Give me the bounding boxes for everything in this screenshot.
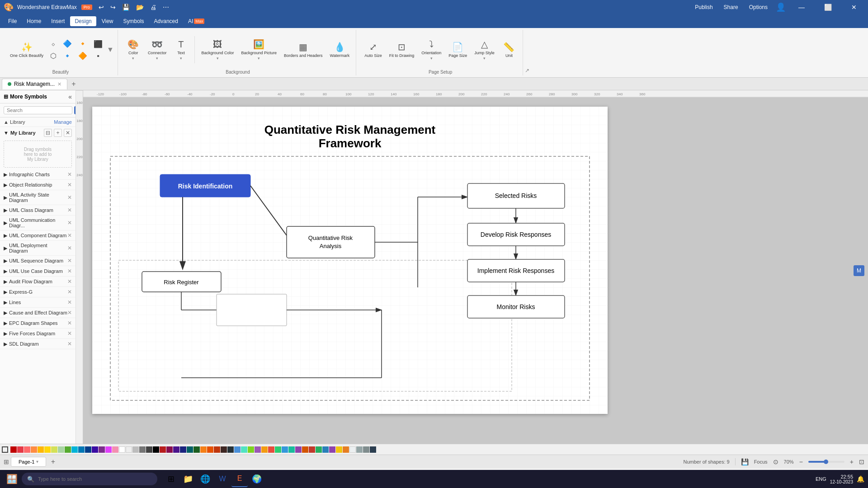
cat-close-epc[interactable]: ✕ bbox=[67, 320, 72, 326]
color-swatch[interactable] bbox=[146, 446, 152, 453]
color-swatch[interactable] bbox=[139, 446, 146, 453]
color-swatch[interactable] bbox=[214, 446, 220, 453]
color-swatch[interactable] bbox=[322, 446, 329, 453]
sidebar-item-epc[interactable]: ▶ EPC Diagram Shapes ✕ bbox=[0, 318, 75, 328]
page-size-button[interactable]: 📄 Page Size bbox=[446, 40, 470, 60]
more-button[interactable]: ⋯ bbox=[160, 2, 172, 13]
watermark-button[interactable]: 💧 Watermark bbox=[327, 40, 353, 60]
beautify-row2-btn1[interactable]: ⬡ bbox=[48, 50, 59, 61]
color-swatch[interactable] bbox=[51, 446, 57, 453]
menu-advanced[interactable]: Advanced bbox=[150, 16, 183, 26]
color-swatch[interactable] bbox=[112, 446, 118, 453]
color-swatch[interactable] bbox=[275, 446, 281, 453]
new-tab-button[interactable]: + bbox=[68, 79, 79, 89]
background-color-button[interactable]: 🖼 Background Color ▾ bbox=[198, 38, 236, 62]
restore-button[interactable]: ⬜ bbox=[817, 0, 838, 14]
menu-insert[interactable]: Insert bbox=[47, 16, 69, 26]
color-swatch[interactable] bbox=[309, 446, 315, 453]
manage-button[interactable]: Manage bbox=[54, 119, 72, 125]
color-swatch[interactable] bbox=[58, 446, 64, 453]
color-swatch[interactable] bbox=[65, 446, 71, 453]
options-button[interactable]: Options bbox=[746, 3, 770, 11]
page-setup-expand[interactable]: ↗ bbox=[525, 30, 529, 75]
background-picture-button[interactable]: 🖼️ Background Picture ▾ bbox=[238, 37, 279, 62]
windows-start-button[interactable]: 🪟 bbox=[4, 471, 20, 487]
taskbar-file-button[interactable]: 📁 bbox=[180, 471, 196, 487]
color-swatch[interactable] bbox=[17, 446, 24, 453]
close-button[interactable]: ✕ bbox=[844, 0, 864, 14]
color-button[interactable]: 🎨 Color ▾ bbox=[123, 37, 143, 62]
document-tab[interactable]: Risk Managem... ✕ bbox=[2, 79, 67, 89]
sidebar-item-audit-flow[interactable]: ▶ Audit Flow Diagram ✕ bbox=[0, 277, 75, 287]
sidebar-item-infographic[interactable]: ▶ Infographic Charts ✕ bbox=[0, 169, 75, 180]
beautify-row1-btn1[interactable]: ⬦ bbox=[48, 38, 59, 49]
borders-headers-button[interactable]: ▦ Borders and Headers bbox=[281, 40, 326, 60]
cat-close-uml-component[interactable]: ✕ bbox=[67, 232, 72, 239]
share-button[interactable]: Share bbox=[721, 3, 741, 11]
color-swatch[interactable] bbox=[31, 446, 37, 453]
sidebar-item-uml-usecase[interactable]: ▶ UML Use Case Diagram ✕ bbox=[0, 266, 75, 277]
color-swatch[interactable] bbox=[44, 446, 51, 453]
cat-close-uml-use[interactable]: ✕ bbox=[67, 268, 72, 274]
cat-close-uml-deploy[interactable]: ✕ bbox=[67, 245, 72, 251]
sidebar-item-uml-sequence[interactable]: ▶ UML Sequence Diagram ✕ bbox=[0, 256, 75, 266]
cat-close-five[interactable]: ✕ bbox=[67, 330, 72, 337]
add-page-button[interactable]: + bbox=[48, 457, 58, 467]
page-1-tab[interactable]: Page-1 ▾ bbox=[11, 457, 46, 467]
color-swatch[interactable] bbox=[193, 446, 200, 453]
color-swatch[interactable] bbox=[282, 446, 288, 453]
beautify-row2-btn3[interactable]: 🔶 bbox=[76, 50, 90, 61]
notification-icon[interactable]: 🔔 bbox=[857, 475, 864, 483]
color-swatch[interactable] bbox=[207, 446, 213, 453]
zoom-slider[interactable] bbox=[808, 461, 844, 463]
focus-label[interactable]: Focus bbox=[754, 459, 768, 465]
user-avatar[interactable]: 👤 bbox=[776, 2, 786, 12]
canvas[interactable]: Quantitative Risk Management Framework R… bbox=[83, 98, 868, 444]
cat-close-audit[interactable]: ✕ bbox=[67, 278, 72, 285]
taskbar-search-bar[interactable]: 🔍 bbox=[22, 473, 157, 485]
color-swatch[interactable] bbox=[71, 446, 78, 453]
open-button[interactable]: 📂 bbox=[133, 2, 146, 13]
menu-file[interactable]: File bbox=[4, 16, 21, 26]
library-close-btn[interactable]: ✕ bbox=[64, 129, 72, 137]
cat-close-uml-seq[interactable]: ✕ bbox=[67, 258, 72, 264]
zoom-in-button[interactable]: + bbox=[850, 458, 854, 465]
color-swatch[interactable] bbox=[78, 446, 85, 453]
color-swatch[interactable] bbox=[248, 446, 254, 453]
color-swatch[interactable] bbox=[234, 446, 241, 453]
taskbar-search-input[interactable] bbox=[38, 476, 146, 482]
beautify-row1-btn4[interactable]: ⬛ bbox=[91, 38, 105, 50]
menu-ai[interactable]: AIMax bbox=[184, 16, 209, 26]
color-swatch[interactable] bbox=[166, 446, 173, 453]
unit-button[interactable]: 📏 Unit bbox=[499, 40, 519, 60]
sidebar-item-cause-effect[interactable]: ▶ Cause and Effect Diagram ✕ bbox=[0, 308, 75, 318]
color-swatch[interactable] bbox=[343, 446, 349, 453]
color-swatch[interactable] bbox=[200, 446, 207, 453]
color-swatch[interactable] bbox=[356, 446, 363, 453]
jump-style-button[interactable]: △ Jump Style ▾ bbox=[472, 37, 497, 62]
taskbar-edge-button[interactable]: 🌐 bbox=[197, 471, 213, 487]
cat-close-infographic[interactable]: ✕ bbox=[67, 171, 72, 178]
color-swatch[interactable] bbox=[241, 446, 247, 453]
no-color-swatch[interactable] bbox=[2, 446, 8, 453]
print-button[interactable]: 🖨 bbox=[147, 2, 159, 13]
sidebar-item-uml-deployment[interactable]: ▶ UML Deployment Diagram ✕ bbox=[0, 241, 75, 256]
cat-close-uml-comm[interactable]: ✕ bbox=[67, 220, 72, 226]
color-swatch[interactable] bbox=[363, 446, 369, 453]
color-swatch[interactable] bbox=[173, 446, 179, 453]
menu-view[interactable]: View bbox=[97, 16, 118, 26]
color-swatch[interactable] bbox=[160, 446, 166, 453]
sidebar-item-object-relationship[interactable]: ▶ Object Relationship ✕ bbox=[0, 180, 75, 190]
sidebar-item-five-forces[interactable]: ▶ Five Forces Diagram ✕ bbox=[0, 328, 75, 339]
taskbar-view-button[interactable]: ⊞ bbox=[163, 471, 179, 487]
color-swatch[interactable] bbox=[180, 446, 186, 453]
color-swatch[interactable] bbox=[126, 446, 132, 453]
color-swatch[interactable] bbox=[336, 446, 342, 453]
zoom-thumb[interactable] bbox=[824, 460, 828, 464]
search-input[interactable] bbox=[4, 106, 72, 114]
cat-close-object[interactable]: ✕ bbox=[67, 182, 72, 188]
zoom-out-button[interactable]: − bbox=[799, 458, 803, 465]
sidebar-item-express-g[interactable]: ▶ Express-G ✕ bbox=[0, 287, 75, 297]
beautify-row1-btn2[interactable]: 🔷 bbox=[61, 38, 74, 49]
sidebar-item-uml-class[interactable]: ▶ UML Class Diagram ✕ bbox=[0, 205, 75, 216]
